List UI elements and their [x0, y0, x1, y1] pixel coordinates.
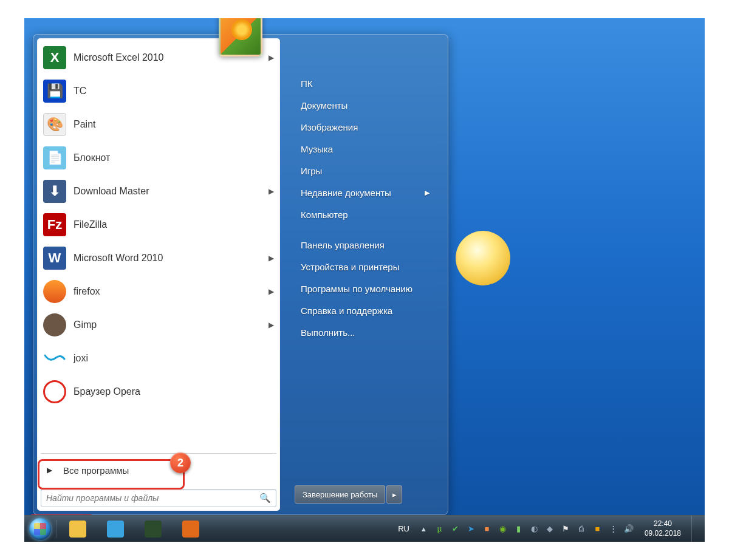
tray-flag-icon[interactable]: ⚑ [561, 524, 571, 534]
tray-gift-icon[interactable]: ■ [482, 524, 492, 534]
program-item[interactable]: FzFileZilla [38, 208, 279, 241]
start-menu: XMicrosoft Excel 2010▶💾TC🎨Paint📄Блокнот⬇… [33, 34, 448, 515]
ff-icon [43, 280, 66, 303]
right-menu-item[interactable]: ПК [295, 72, 436, 94]
clock-time: 22:40 [645, 519, 681, 529]
right-item-label: Компьютер [301, 210, 348, 220]
system-tray: RU ▴µ✔➤■◉▮◐◆⚑⎙■⋮🔊 22:40 09.02.2018 [394, 516, 702, 542]
program-label: joxi [74, 353, 274, 364]
all-programs-label: Все программы [63, 465, 129, 476]
program-item[interactable]: ⬇Download Master▶ [38, 174, 279, 208]
explorer-icon [69, 521, 86, 538]
all-programs-button[interactable]: ▶ Все программы [39, 457, 278, 483]
program-label: firefox [74, 286, 269, 297]
program-item[interactable]: XMicrosoft Excel 2010▶ [38, 41, 279, 74]
shutdown-button[interactable]: Завершение работы [295, 485, 385, 504]
excel-icon: X [43, 46, 66, 69]
right-menu-item[interactable]: Игры [295, 160, 436, 182]
tray-vpn-icon[interactable]: ■ [592, 524, 603, 534]
windows-orb-icon [29, 518, 51, 540]
program-label: Microsoft Excel 2010 [74, 52, 269, 63]
taskbar-app-telegram[interactable] [98, 518, 133, 540]
right-menu-item[interactable]: Выполнить... [295, 321, 436, 343]
dm-icon: ⬇ [43, 180, 66, 203]
program-list: XMicrosoft Excel 2010▶💾TC🎨Paint📄Блокнот⬇… [37, 38, 280, 452]
tray-nvidia-icon[interactable]: ◉ [498, 524, 508, 534]
tray-globe-icon[interactable]: ◐ [529, 524, 539, 534]
start-button[interactable] [27, 516, 53, 542]
tray-printer-icon[interactable]: ⎙ [577, 524, 587, 534]
tray-utorrent-icon[interactable]: µ [434, 524, 445, 534]
program-item[interactable]: Браузер Opera [38, 375, 279, 408]
divider [41, 453, 276, 454]
program-item[interactable]: Gimp▶ [38, 308, 279, 341]
gap [295, 225, 436, 234]
program-item[interactable]: firefox▶ [38, 275, 279, 308]
submenu-arrow-icon: ▶ [269, 254, 274, 262]
right-menu-item[interactable]: Устройства и принтеры [295, 256, 436, 278]
right-item-label: Недавние документы [301, 188, 391, 198]
program-label: Блокнот [74, 152, 274, 163]
shutdown-label: Завершение работы [303, 490, 377, 499]
wallpaper-sun [456, 231, 510, 285]
taskbar-app-explorer[interactable] [60, 518, 95, 540]
word-icon: W [43, 247, 66, 270]
joxi-icon [43, 347, 66, 370]
gimp-icon [43, 313, 66, 336]
tc-icon: 💾 [43, 80, 66, 103]
tray-check-icon[interactable]: ✔ [450, 524, 460, 534]
tray-show-hidden-icon[interactable]: ▴ [419, 524, 429, 534]
right-menu-item[interactable]: Программы по умолчанию [295, 278, 436, 299]
program-label: Download Master [74, 186, 269, 197]
right-menu-item[interactable]: Компьютер [295, 203, 436, 225]
right-item-label: Программы по умолчанию [301, 284, 412, 294]
search-box[interactable]: 🔍 [41, 489, 276, 507]
tray-wifi-icon[interactable]: ⋮ [608, 524, 618, 534]
note-icon: 📄 [43, 146, 66, 169]
program-label: Gimp [74, 319, 269, 330]
clock[interactable]: 22:40 09.02.2018 [640, 519, 686, 538]
search-icon: 🔍 [259, 493, 271, 504]
opera-icon [43, 380, 66, 403]
taskbar: RU ▴µ✔➤■◉▮◐◆⚑⎙■⋮🔊 22:40 09.02.2018 [24, 515, 705, 542]
shutdown-options-button[interactable]: ▸ [386, 485, 402, 504]
language-indicator[interactable]: RU [398, 524, 409, 533]
separator [56, 520, 56, 538]
search-input[interactable] [46, 493, 259, 503]
program-label: TC [74, 86, 274, 97]
taskbar-app-firefox[interactable] [173, 518, 208, 540]
chevron-right-icon: ▶ [47, 466, 52, 474]
program-label: Paint [74, 119, 274, 130]
right-menu-item[interactable]: Документы [295, 94, 436, 116]
taskbar-app-task-manager[interactable] [135, 518, 171, 540]
telegram-icon [107, 521, 124, 538]
tray-network-icon[interactable]: ▮ [513, 524, 524, 534]
tray-dropbox-icon[interactable]: ◆ [545, 524, 555, 534]
tray-icons: ▴µ✔➤■◉▮◐◆⚑⎙■⋮🔊 [419, 524, 634, 534]
program-label: Microsoft Word 2010 [74, 253, 269, 264]
right-item-label: Игры [301, 166, 322, 176]
clock-date: 09.02.2018 [645, 529, 681, 539]
firefox-icon [182, 521, 199, 538]
program-item[interactable]: WMicrosoft Word 2010▶ [38, 241, 279, 275]
tray-volume-icon[interactable]: 🔊 [624, 524, 634, 534]
tray-telegram-icon[interactable]: ➤ [466, 524, 476, 534]
right-menu-item[interactable]: Музыка [295, 138, 436, 160]
paint-icon: 🎨 [43, 113, 66, 136]
right-menu-item[interactable]: Справка и поддержка [295, 299, 436, 321]
program-item[interactable]: 📄Блокнот [38, 141, 279, 174]
right-menu-item[interactable]: Изображения [295, 116, 436, 138]
shutdown-row: Завершение работы ▸ [295, 483, 436, 506]
right-menu-item[interactable]: Панель управления [295, 234, 436, 256]
program-item[interactable]: 💾TC [38, 74, 279, 108]
program-item[interactable]: 🎨Paint [38, 108, 279, 141]
right-menu-item[interactable]: Недавние документы▶ [295, 182, 436, 203]
program-item[interactable]: joxi [38, 341, 279, 375]
right-item-label: Устройства и принтеры [301, 262, 399, 272]
right-item-label: Изображения [301, 122, 358, 132]
show-desktop-button[interactable] [691, 516, 699, 542]
right-item-label: Музыка [301, 144, 333, 154]
right-item-label: Справка и поддержка [301, 306, 392, 316]
submenu-arrow-icon: ▶ [269, 187, 274, 196]
submenu-arrow-icon: ▶ [269, 321, 274, 329]
